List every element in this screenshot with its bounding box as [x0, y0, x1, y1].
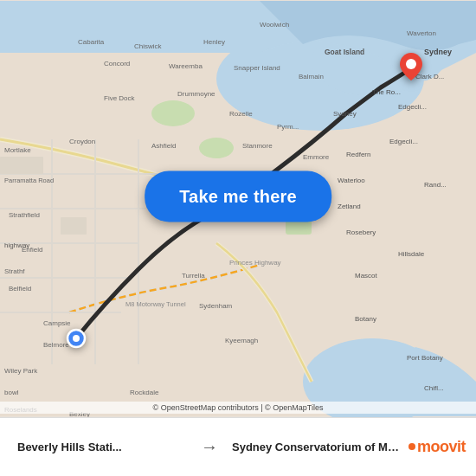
origin-name: Beverly Hills Stati...: [17, 441, 187, 453]
map-attribution: © OpenStreetMap contributors | © OpenMap…: [0, 402, 476, 414]
svg-text:Croydon: Croydon: [69, 138, 95, 145]
svg-text:Concord: Concord: [104, 60, 130, 68]
svg-text:Edgecli...: Edgecli...: [398, 103, 427, 111]
svg-text:Enfield: Enfield: [22, 246, 42, 254]
svg-text:Campsie: Campsie: [43, 319, 71, 327]
svg-text:Sydney: Sydney: [333, 110, 357, 118]
moovit-logo: moovit: [408, 438, 466, 456]
destination-block: Sydney Conservatorium of Mu...: [225, 441, 408, 453]
svg-text:Sydenham: Sydenham: [199, 302, 233, 310]
direction-arrow: →: [194, 437, 225, 457]
destination-name: Sydney Conservatorium of Mu...: [232, 441, 402, 453]
svg-text:Rosebery: Rosebery: [346, 228, 376, 236]
svg-text:Mascot: Mascot: [355, 272, 378, 280]
svg-text:Five Dock: Five Dock: [104, 94, 136, 102]
svg-text:Drummoyne: Drummoyne: [177, 90, 215, 98]
svg-text:Rand...: Rand...: [424, 181, 447, 189]
svg-text:Sydney: Sydney: [424, 48, 452, 56]
svg-point-17: [199, 138, 234, 158]
origin-block: Beverly Hills Stati...: [10, 441, 194, 453]
svg-text:Stanmore: Stanmore: [242, 142, 273, 150]
svg-point-74: [406, 59, 416, 69]
svg-text:Wareemba: Wareemba: [169, 62, 203, 70]
svg-text:Pyrm...: Pyrm...: [277, 123, 299, 131]
svg-text:Mortlake: Mortlake: [4, 146, 31, 154]
svg-text:Belmore: Belmore: [43, 341, 69, 349]
svg-text:Waverton: Waverton: [407, 29, 436, 37]
svg-text:Cabarita: Cabarita: [78, 38, 105, 46]
svg-text:Ashfield: Ashfield: [151, 142, 176, 150]
svg-rect-12: [0, 157, 43, 174]
svg-text:Balmain: Balmain: [299, 73, 324, 80]
svg-text:Rockdale: Rockdale: [130, 389, 159, 396]
bottom-bar: Beverly Hills Stati... → Sydney Conserva…: [0, 417, 476, 476]
svg-text:The Ro...: The Ro...: [372, 88, 401, 96]
svg-text:Woolwich: Woolwich: [260, 21, 289, 29]
svg-text:Strathf: Strathf: [4, 267, 25, 275]
svg-text:Hillsdale: Hillsdale: [398, 250, 425, 258]
svg-text:Waterloo: Waterloo: [338, 177, 365, 184]
svg-text:Kyeemagh: Kyeemagh: [225, 337, 258, 344]
svg-point-14: [151, 100, 195, 126]
svg-text:Botany: Botany: [355, 315, 376, 323]
moovit-dot: [408, 443, 415, 450]
svg-text:Snapper Island: Snapper Island: [234, 64, 280, 72]
svg-text:Zetland: Zetland: [338, 203, 361, 210]
app: Mortlake Cabarita Chiswick Henley Woolwi…: [0, 0, 476, 476]
svg-text:Princes Highway: Princes Highway: [229, 259, 281, 267]
svg-rect-13: [61, 217, 87, 235]
svg-text:Emmore: Emmore: [303, 153, 330, 161]
svg-text:Port Botany: Port Botany: [407, 354, 443, 362]
svg-text:Henley: Henley: [203, 38, 225, 46]
svg-text:Clark D...: Clark D...: [415, 73, 444, 80]
svg-text:Edgecli...: Edgecli...: [389, 138, 418, 145]
svg-text:Rozelle: Rozelle: [229, 110, 253, 118]
svg-text:Goat Island: Goat Island: [325, 48, 364, 56]
svg-text:Belfield: Belfield: [9, 285, 31, 293]
svg-text:Chifl...: Chifl...: [424, 384, 444, 392]
svg-text:Turrella: Turrella: [182, 272, 205, 280]
take-me-there-button[interactable]: Take me there: [145, 170, 331, 222]
svg-point-73: [73, 335, 80, 342]
svg-text:Chiswick: Chiswick: [134, 42, 163, 50]
arrow-icon: →: [201, 437, 218, 457]
svg-text:Parramatta Road: Parramatta Road: [4, 177, 54, 184]
svg-text:bowl: bowl: [4, 389, 19, 396]
svg-text:Strathfield: Strathfield: [9, 211, 40, 219]
attribution-text: © OpenStreetMap contributors | © OpenMap…: [153, 403, 324, 412]
map-container: Mortlake Cabarita Chiswick Henley Woolwi…: [0, 0, 476, 417]
svg-text:Redfern: Redfern: [346, 151, 370, 158]
svg-text:Wiley Park: Wiley Park: [4, 367, 38, 375]
moovit-logo-text: moovit: [408, 438, 466, 456]
svg-text:M8 Motorway Tunnel: M8 Motorway Tunnel: [125, 300, 186, 308]
